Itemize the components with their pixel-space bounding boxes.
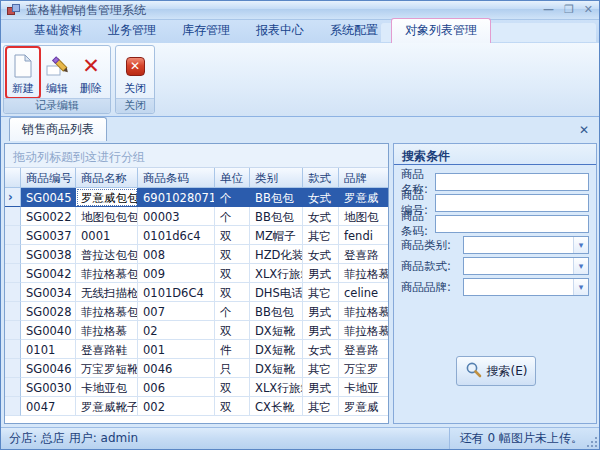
- table-cell[interactable]: 罗意威: [339, 397, 388, 416]
- table-cell[interactable]: SG0038: [21, 245, 76, 264]
- table-cell[interactable]: 009: [138, 264, 215, 283]
- table-cell[interactable]: 其它: [303, 283, 339, 302]
- table-cell[interactable]: SG0037: [21, 226, 76, 245]
- table-cell[interactable]: 只: [215, 359, 250, 378]
- row-indicator[interactable]: [5, 245, 21, 264]
- table-cell[interactable]: 双: [215, 226, 250, 245]
- table-cell[interactable]: 万宝罗短靴: [76, 359, 138, 378]
- table-row[interactable]: SG0022地图包包包00003个BB包包女式地图包: [5, 207, 388, 226]
- table-cell[interactable]: 登喜路鞋: [76, 340, 138, 359]
- document-close-icon[interactable]: ✕: [579, 123, 589, 137]
- table-cell[interactable]: 菲拉格慕: [339, 264, 388, 283]
- table-cell[interactable]: 罗意威包包: [76, 188, 138, 207]
- table-cell[interactable]: 登喜路: [339, 245, 388, 264]
- ribbon-tab-system-config[interactable]: 系统配置: [317, 19, 391, 43]
- table-cell[interactable]: 男式: [303, 378, 339, 397]
- table-cell[interactable]: SG0034: [21, 283, 76, 302]
- table-cell[interactable]: 菲拉格慕包包: [76, 264, 138, 283]
- table-cell[interactable]: MZ帽子: [250, 226, 303, 245]
- tab-sales-product-list[interactable]: 销售商品列表: [9, 117, 107, 141]
- search-button[interactable]: 搜索(E): [456, 356, 536, 386]
- ribbon-tab-business[interactable]: 业务管理: [95, 19, 169, 43]
- table-cell[interactable]: 无线扫描枪: [76, 283, 138, 302]
- table-cell[interactable]: XLX行旅箱: [250, 264, 303, 283]
- table-row[interactable]: ›SG0045罗意威包包6901028071765个BB包包女式罗意威: [5, 188, 388, 207]
- row-indicator[interactable]: [5, 340, 21, 359]
- column-header[interactable]: 类别: [250, 168, 303, 188]
- row-indicator[interactable]: [5, 359, 21, 378]
- table-row[interactable]: SG0034无线扫描枪0101D6C4双DHS电话绳其它celine: [5, 283, 388, 302]
- table-cell[interactable]: SG0042: [21, 264, 76, 283]
- table-cell[interactable]: 女式: [303, 207, 339, 226]
- product-brand-dropdown[interactable]: ▾: [463, 278, 589, 296]
- table-cell[interactable]: CX长靴: [250, 397, 303, 416]
- row-indicator[interactable]: [5, 226, 21, 245]
- table-cell[interactable]: 菲拉格慕: [339, 321, 388, 340]
- row-indicator[interactable]: [5, 378, 21, 397]
- column-header[interactable]: 商品名称: [76, 168, 138, 188]
- table-row[interactable]: SG0038普拉达包包008双HZD化装袋女式登喜路: [5, 245, 388, 264]
- table-cell[interactable]: 菲拉格慕包包: [76, 302, 138, 321]
- product-code-input[interactable]: [435, 194, 589, 212]
- group-by-box[interactable]: 拖动列标题到这进行分组: [5, 144, 388, 168]
- table-cell[interactable]: DX短靴: [250, 321, 303, 340]
- table-cell[interactable]: 卡地亚: [339, 378, 388, 397]
- table-cell[interactable]: XLX行旅箱: [250, 378, 303, 397]
- row-indicator[interactable]: [5, 264, 21, 283]
- table-row[interactable]: SG003700010101d6c4双MZ帽子其它fendi: [5, 226, 388, 245]
- table-cell[interactable]: 男式: [303, 264, 339, 283]
- chevron-down-icon[interactable]: ▾: [573, 237, 588, 253]
- chevron-down-icon[interactable]: ▾: [573, 258, 588, 274]
- table-cell[interactable]: 登喜路: [339, 340, 388, 359]
- table-cell[interactable]: 卡地亚包: [76, 378, 138, 397]
- table-row[interactable]: SG0042菲拉格慕包包009双XLX行旅箱男式菲拉格慕: [5, 264, 388, 283]
- table-cell[interactable]: 007: [138, 302, 215, 321]
- resize-grip-icon[interactable]: [587, 437, 597, 447]
- table-cell[interactable]: BB包包: [250, 302, 303, 321]
- column-header[interactable]: 商品条码: [138, 168, 215, 188]
- table-cell[interactable]: 女式: [303, 188, 339, 207]
- table-cell[interactable]: 双: [215, 321, 250, 340]
- table-cell[interactable]: 双: [215, 245, 250, 264]
- table-cell[interactable]: SG0030: [21, 378, 76, 397]
- delete-button[interactable]: ✕ 删除: [74, 47, 108, 98]
- table-cell[interactable]: 双: [215, 378, 250, 397]
- ribbon-tab-reports[interactable]: 报表中心: [243, 19, 317, 43]
- table-cell[interactable]: 0101d6c4: [138, 226, 215, 245]
- table-cell[interactable]: SG0022: [21, 207, 76, 226]
- table-cell[interactable]: 地图包包包: [76, 207, 138, 226]
- table-cell[interactable]: 菲拉格慕: [339, 302, 388, 321]
- edit-button[interactable]: 编辑: [40, 47, 74, 98]
- table-cell[interactable]: BB包包: [250, 207, 303, 226]
- table-cell[interactable]: 0101D6C4: [138, 283, 215, 302]
- table-cell[interactable]: 男式: [303, 321, 339, 340]
- table-cell[interactable]: 0101: [21, 340, 76, 359]
- table-cell[interactable]: SG0028: [21, 302, 76, 321]
- table-cell[interactable]: 其它: [303, 397, 339, 416]
- table-cell[interactable]: 菲拉格慕: [76, 321, 138, 340]
- product-name-input[interactable]: [435, 173, 589, 191]
- row-indicator[interactable]: [5, 283, 21, 302]
- table-cell[interactable]: SG0045: [21, 188, 76, 207]
- table-cell[interactable]: SG0040: [21, 321, 76, 340]
- table-cell[interactable]: 个: [215, 207, 250, 226]
- column-header[interactable]: 品牌: [339, 168, 388, 188]
- table-cell[interactable]: 双: [215, 264, 250, 283]
- table-cell[interactable]: DHS电话绳: [250, 283, 303, 302]
- table-cell[interactable]: 地图包: [339, 207, 388, 226]
- close-tab-button[interactable]: ✕ 关闭: [118, 47, 152, 98]
- table-cell[interactable]: 女式: [303, 340, 339, 359]
- table-cell[interactable]: HZD化装袋: [250, 245, 303, 264]
- table-cell[interactable]: 个: [215, 188, 250, 207]
- maximize-icon[interactable]: ❐: [564, 3, 574, 17]
- column-header[interactable]: 商品编号: [21, 168, 76, 188]
- ribbon-tab-object-list[interactable]: 对象列表管理: [391, 18, 491, 43]
- table-cell[interactable]: 6901028071765: [138, 188, 215, 207]
- product-style-dropdown[interactable]: ▾: [463, 257, 589, 275]
- product-barcode-input[interactable]: [435, 215, 589, 233]
- table-cell[interactable]: 0047: [21, 397, 76, 416]
- row-indicator[interactable]: ›: [5, 188, 21, 207]
- table-row[interactable]: SG0046万宝罗短靴0046只DX短靴其它万宝罗: [5, 359, 388, 378]
- row-indicator[interactable]: [5, 397, 21, 416]
- table-cell[interactable]: 00003: [138, 207, 215, 226]
